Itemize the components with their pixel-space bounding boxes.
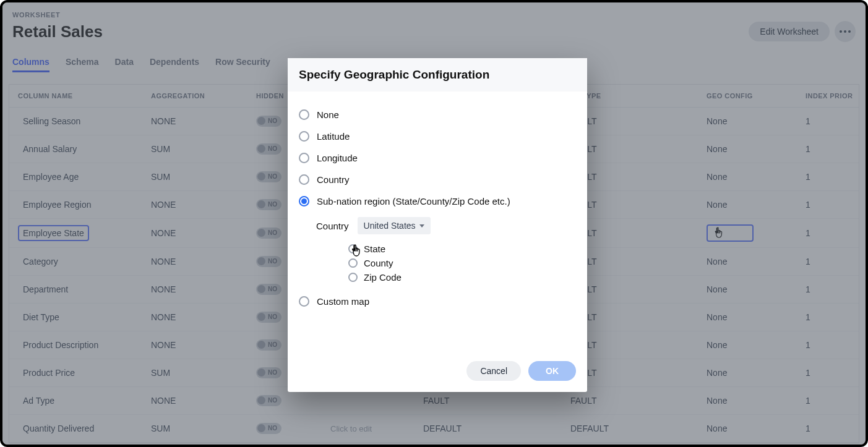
ok-button[interactable]: OK [528,361,576,381]
sub-radio-zipcode[interactable]: Zip Code [348,270,576,284]
edit-worksheet-button[interactable]: Edit Worksheet [749,22,830,41]
toggle-knob [257,313,265,321]
geo-config-cell[interactable]: None [698,163,797,191]
cancel-button[interactable]: Cancel [466,361,521,381]
index-prior-cell[interactable]: 1 [797,359,859,387]
th-column-name[interactable]: COLUMN NAME [9,85,142,108]
country-dropdown[interactable]: United States [358,217,431,234]
geo-config-cell[interactable]: None [698,108,797,135]
toggle-knob [257,117,265,125]
tab-dependents[interactable]: Dependents [150,53,199,72]
tab-schema[interactable]: Schema [66,53,99,72]
hidden-toggle[interactable]: NO [256,228,281,239]
index-prior-cell[interactable]: 1 [797,108,859,135]
geo-config-cell[interactable]: None [698,304,797,331]
th-aggregation[interactable]: AGGREGATION [142,85,247,108]
geo-config-cell-active[interactable] [707,224,754,242]
extype-cell[interactable]: DEFAULT [562,415,698,443]
column-name-cell[interactable]: Department [18,281,73,297]
aggregation-cell[interactable]: NONE [142,331,247,359]
toggle-label: NO [268,425,277,432]
radio-latitude[interactable]: Latitude [299,126,576,147]
index-prior-cell[interactable]: 1 [797,387,859,415]
radio-icon [299,174,309,185]
column-name-cell[interactable]: Ad Type [18,393,59,409]
aggregation-cell[interactable]: NONE [142,276,247,304]
geo-config-cell[interactable]: None [698,135,797,163]
hidden-toggle[interactable]: NO [256,312,281,323]
column-name-cell[interactable]: Employee State [18,225,89,241]
default-type-cell[interactable]: DEFAULT [415,415,562,443]
th-indexprior[interactable]: INDEX PRIOR [797,85,859,108]
aggregation-cell[interactable]: SUM [142,135,247,163]
column-name-cell[interactable]: Employee Age [18,169,84,185]
toggle-knob [257,172,265,181]
column-name-cell[interactable]: Quantity Delivered [18,420,99,436]
radio-custom-map[interactable]: Custom map [299,291,576,312]
column-name-cell[interactable]: Category [18,253,63,270]
table-row[interactable]: Quantity DeliveredSUMNOClick to editDEFA… [9,415,859,443]
column-name-cell[interactable]: Diet Type [18,309,64,325]
radio-icon [348,258,358,268]
aggregation-cell[interactable]: NONE [142,191,247,219]
geo-config-cell[interactable]: None [698,331,797,359]
radio-none[interactable]: None [299,104,576,126]
column-name-cell[interactable]: Employee Region [18,197,97,213]
index-prior-cell[interactable]: 1 [797,191,859,219]
hidden-toggle[interactable]: NO [256,171,281,182]
hidden-toggle[interactable]: NO [256,284,281,295]
radio-longitude[interactable]: Longitude [299,147,576,169]
index-prior-cell[interactable]: 1 [797,163,859,191]
geo-config-cell[interactable]: None [698,248,797,276]
aggregation-cell[interactable]: NONE [142,304,247,331]
aggregation-cell[interactable]: SUM [142,163,247,191]
geo-config-cell[interactable]: None [698,415,797,443]
click-to-edit-cell[interactable]: Click to edit [330,424,372,433]
column-name-cell[interactable]: Product Price [18,365,80,381]
radio-none-label: None [317,109,339,120]
aggregation-cell[interactable]: NONE [142,219,247,248]
hidden-toggle[interactable]: NO [256,367,281,378]
hidden-toggle[interactable]: NO [256,256,281,267]
aggregation-cell[interactable]: SUM [142,415,247,443]
hidden-toggle[interactable]: NO [256,395,281,406]
sub-radio-county[interactable]: County [348,256,576,270]
tab-columns[interactable]: Columns [12,53,49,72]
geo-config-cell[interactable]: None [698,276,797,304]
radio-icon [299,153,309,163]
toggle-label: NO [268,117,277,124]
index-prior-cell[interactable]: 1 [797,135,859,163]
radio-icon [348,244,358,253]
index-prior-cell[interactable]: 1 [797,276,859,304]
hidden-toggle[interactable]: NO [256,143,281,155]
radio-country[interactable]: Country [299,169,576,190]
th-geoconfig[interactable]: GEO CONFIG [698,85,797,108]
column-name-cell[interactable]: Product Description [18,337,103,353]
aggregation-cell[interactable]: NONE [142,387,247,415]
index-prior-cell[interactable]: 1 [797,248,859,276]
toggle-label: NO [268,201,277,208]
tab-row-security[interactable]: Row Security [215,53,270,72]
index-prior-cell[interactable]: 1 [797,219,859,248]
geo-config-cell[interactable]: None [698,191,797,219]
toggle-label: NO [268,397,277,404]
hidden-toggle[interactable]: NO [256,199,281,210]
aggregation-cell[interactable]: NONE [142,108,247,135]
hidden-toggle[interactable]: NO [256,423,281,434]
aggregation-cell[interactable]: NONE [142,248,247,276]
index-prior-cell[interactable]: 1 [797,304,859,331]
hidden-toggle[interactable]: NO [256,116,281,127]
more-menu-button[interactable] [835,21,856,42]
hidden-toggle[interactable]: NO [256,339,281,351]
aggregation-cell[interactable]: SUM [142,359,247,387]
tab-data[interactable]: Data [115,53,134,72]
more-icon [840,30,851,33]
radio-subnation[interactable]: Sub-nation region (State/County/Zip Code… [299,190,576,212]
column-name-cell[interactable]: Selling Season [18,113,85,129]
index-prior-cell[interactable]: 1 [797,415,859,443]
geo-config-cell[interactable]: None [698,359,797,387]
geo-config-cell[interactable]: None [698,387,797,415]
sub-radio-state[interactable]: State [348,242,576,256]
column-name-cell[interactable]: Annual Salary [18,141,82,157]
index-prior-cell[interactable]: 1 [797,331,859,359]
